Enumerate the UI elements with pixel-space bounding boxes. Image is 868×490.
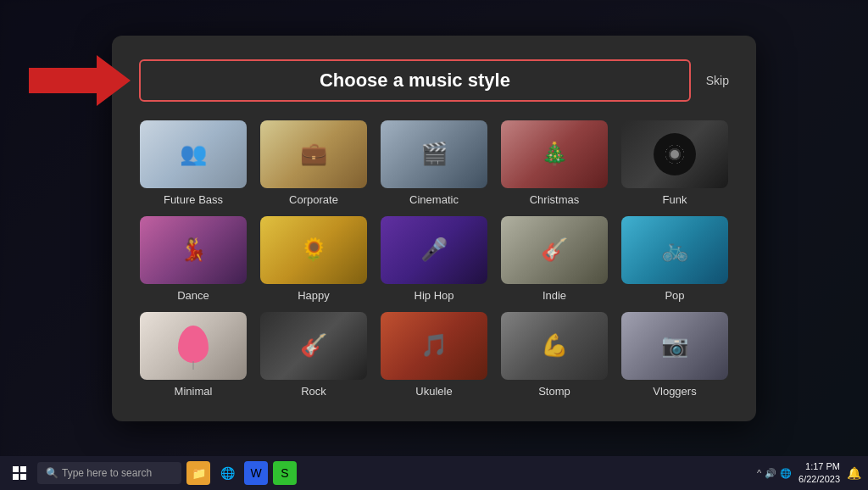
music-style-ukulele[interactable]: 🎵Ukulele bbox=[380, 312, 488, 398]
music-style-label-hiphop: Hip Hop bbox=[415, 289, 454, 302]
svg-marker-0 bbox=[29, 55, 131, 106]
date-display: 6/22/2023 bbox=[798, 473, 840, 486]
taskbar-icon-word[interactable]: W bbox=[244, 461, 268, 485]
modal-title-box: Choose a music style bbox=[139, 59, 691, 102]
music-style-label-corporate: Corporate bbox=[289, 193, 338, 206]
music-style-label-happy: Happy bbox=[298, 289, 330, 302]
tray-speaker[interactable]: 🔊 bbox=[765, 468, 776, 479]
music-style-hiphop[interactable]: 🎤Hip Hop bbox=[380, 216, 488, 302]
start-button[interactable] bbox=[7, 460, 32, 486]
music-style-label-future-bass: Future Bass bbox=[164, 193, 223, 206]
music-style-christmas[interactable]: 🎄Christmas bbox=[500, 120, 609, 206]
music-style-future-bass[interactable]: 👥Future Bass bbox=[139, 120, 248, 206]
music-style-cinematic[interactable]: 🎬Cinematic bbox=[380, 120, 488, 206]
arrow-pointer bbox=[29, 55, 139, 106]
modal-title: Choose a music style bbox=[320, 70, 510, 91]
music-style-vloggers[interactable]: 📷Vloggers bbox=[620, 312, 729, 398]
modal-header: Choose a music style Skip bbox=[139, 59, 729, 102]
system-tray-icons: ^ 🔊 🌐 bbox=[757, 468, 792, 479]
taskbar-app-icons: 📁 🌐 W S bbox=[186, 461, 297, 485]
music-style-grid: 👥Future Bass💼Corporate🎬Cinematic🎄Christm… bbox=[139, 120, 729, 398]
music-style-rock[interactable]: 🎸Rock bbox=[259, 312, 368, 398]
clock[interactable]: 1:17 PM 6/22/2023 bbox=[798, 460, 840, 487]
music-style-happy[interactable]: 🌻Happy bbox=[259, 216, 368, 302]
taskbar-left: 🔍 Type here to search 📁 🌐 W S bbox=[7, 460, 297, 486]
music-style-label-stomp: Stomp bbox=[538, 385, 570, 398]
taskbar-right: ^ 🔊 🌐 1:17 PM 6/22/2023 🔔 bbox=[757, 460, 861, 487]
svg-rect-3 bbox=[13, 474, 19, 480]
svg-rect-4 bbox=[20, 474, 26, 480]
search-placeholder: Type here to search bbox=[62, 467, 152, 479]
music-style-stomp[interactable]: 💪Stomp bbox=[500, 312, 609, 398]
music-style-corporate[interactable]: 💼Corporate bbox=[259, 120, 368, 206]
music-style-label-christmas: Christmas bbox=[530, 193, 580, 206]
music-style-dance[interactable]: 💃Dance bbox=[139, 216, 248, 302]
music-style-label-ukulele: Ukulele bbox=[415, 385, 452, 398]
taskbar-search[interactable]: 🔍 Type here to search bbox=[37, 462, 181, 484]
music-style-pop[interactable]: 🚲Pop bbox=[620, 216, 729, 302]
music-style-minimal[interactable]: Minimal bbox=[139, 312, 248, 398]
music-style-indie[interactable]: 🎸Indie bbox=[500, 216, 609, 302]
taskbar-icon-folder[interactable]: 📁 bbox=[186, 461, 210, 485]
svg-rect-1 bbox=[13, 466, 19, 472]
svg-rect-2 bbox=[20, 466, 26, 472]
tray-up-arrow[interactable]: ^ bbox=[757, 468, 761, 478]
tray-network[interactable]: 🌐 bbox=[780, 468, 792, 479]
music-style-modal: Choose a music style Skip 👥Future Bass💼C… bbox=[112, 36, 756, 421]
music-style-label-funk: Funk bbox=[663, 193, 687, 206]
taskbar-icon-chrome[interactable]: 🌐 bbox=[215, 461, 239, 485]
music-style-label-minimal: Minimal bbox=[175, 385, 213, 398]
music-style-label-pop: Pop bbox=[665, 289, 684, 302]
music-style-label-indie: Indie bbox=[542, 289, 566, 302]
skip-button[interactable]: Skip bbox=[706, 74, 729, 87]
notification-bell[interactable]: 🔔 bbox=[847, 466, 861, 480]
modal-backdrop: Choose a music style Skip 👥Future Bass💼C… bbox=[0, 0, 868, 456]
time-display: 1:17 PM bbox=[798, 460, 840, 473]
music-style-label-dance: Dance bbox=[177, 289, 209, 302]
music-style-label-cinematic: Cinematic bbox=[409, 193, 459, 206]
music-style-funk[interactable]: Funk bbox=[620, 120, 729, 206]
taskbar: 🔍 Type here to search 📁 🌐 W S ^ 🔊 🌐 1:17… bbox=[0, 456, 868, 490]
music-style-label-vloggers: Vloggers bbox=[653, 385, 696, 398]
taskbar-icon-app[interactable]: S bbox=[273, 461, 297, 485]
music-style-label-rock: Rock bbox=[301, 385, 326, 398]
